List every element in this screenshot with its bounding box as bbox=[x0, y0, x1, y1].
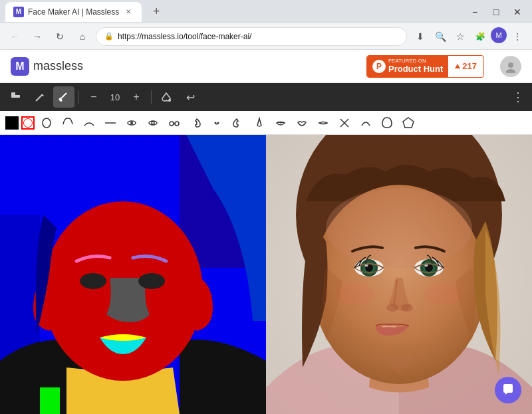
shape-toolbar bbox=[0, 111, 532, 135]
svg-point-35 bbox=[326, 188, 472, 268]
svg-point-47 bbox=[424, 284, 461, 305]
home-button[interactable]: ⌂ bbox=[73, 27, 92, 46]
generated-face-svg bbox=[266, 135, 532, 414]
ph-vote-count: 217 bbox=[462, 61, 477, 71]
pentagon-button[interactable] bbox=[399, 114, 418, 132]
undo-button[interactable]: ↩ bbox=[180, 86, 201, 108]
eye-left-button[interactable] bbox=[122, 114, 141, 132]
logo-text: massless bbox=[33, 59, 83, 73]
ph-logo-letter: P bbox=[376, 62, 382, 71]
ph-product-hunt-label: Product Hunt bbox=[388, 64, 443, 74]
canvas-area bbox=[0, 135, 532, 414]
black-color-swatch[interactable] bbox=[5, 116, 19, 130]
paint-tool-button[interactable] bbox=[5, 86, 27, 108]
massless-logo[interactable]: M massless bbox=[11, 57, 83, 76]
svg-point-15 bbox=[170, 122, 174, 126]
tab-favicon: M bbox=[13, 7, 24, 17]
downloads-button[interactable]: ⬇ bbox=[411, 27, 430, 46]
lips-top-button[interactable] bbox=[271, 114, 290, 132]
maximize-button[interactable]: □ bbox=[487, 3, 505, 21]
fill-tool-button[interactable] bbox=[156, 86, 177, 108]
toolbar-divider-2 bbox=[151, 90, 152, 104]
svg-point-46 bbox=[337, 284, 374, 305]
refresh-button[interactable]: ↻ bbox=[51, 27, 69, 46]
bookmark-button[interactable]: ☆ bbox=[451, 27, 469, 46]
brush-icon bbox=[59, 92, 69, 102]
red-color-swatch[interactable] bbox=[21, 116, 35, 130]
product-hunt-badge[interactable]: P FEATURED ON Product Hunt 217 bbox=[366, 55, 484, 78]
tab-title: Face Maker AI | Massless bbox=[28, 7, 119, 17]
face-drawing-svg bbox=[0, 135, 266, 414]
minus-button[interactable]: − bbox=[83, 86, 104, 108]
svg-point-45 bbox=[401, 304, 413, 312]
browser-tab[interactable]: M Face Maker AI | Massless ✕ bbox=[5, 2, 142, 22]
glasses-button[interactable] bbox=[165, 114, 184, 132]
chat-icon bbox=[501, 383, 515, 397]
ear-right-button[interactable] bbox=[229, 114, 247, 132]
fill-icon bbox=[161, 92, 172, 102]
eye-right-button[interactable] bbox=[144, 114, 162, 132]
svg-point-44 bbox=[386, 304, 398, 312]
address-field[interactable]: 🔒 https://massless.io/tool/face-maker-ai… bbox=[96, 27, 407, 46]
svg-point-9 bbox=[43, 118, 51, 128]
search-button[interactable]: 🔍 bbox=[431, 27, 450, 46]
tab-close-button[interactable]: ✕ bbox=[123, 7, 134, 17]
nose-dot-button[interactable] bbox=[207, 114, 226, 132]
ph-featured-text: FEATURED ON Product Hunt bbox=[388, 58, 443, 74]
face-oval-button[interactable] bbox=[378, 114, 396, 132]
pencil-icon bbox=[35, 92, 45, 102]
svg-point-29 bbox=[80, 273, 106, 289]
chat-button[interactable] bbox=[495, 377, 521, 403]
ph-votes: 217 bbox=[448, 61, 483, 71]
svg-rect-27 bbox=[40, 387, 60, 414]
lips-open-button[interactable] bbox=[293, 114, 311, 132]
minimize-button[interactable]: − bbox=[466, 3, 484, 21]
plus-button[interactable]: + bbox=[126, 86, 147, 108]
site-header: M massless P FEATURED ON Product Hunt 21… bbox=[0, 50, 532, 83]
new-tab-button[interactable]: + bbox=[147, 3, 166, 21]
brush-tool-button[interactable] bbox=[53, 86, 74, 108]
arch-button[interactable] bbox=[356, 114, 375, 132]
brush-size: 10 bbox=[107, 92, 123, 102]
ear-left-button[interactable] bbox=[186, 114, 205, 132]
back-button[interactable]: ← bbox=[5, 27, 24, 46]
pencil-tool-button[interactable] bbox=[29, 86, 51, 108]
forward-button[interactable]: → bbox=[28, 27, 47, 46]
close-button[interactable]: ✕ bbox=[508, 3, 527, 21]
curve-shape-button[interactable] bbox=[80, 114, 98, 132]
user-avatar[interactable] bbox=[500, 56, 521, 77]
ph-featured-on: FEATURED ON bbox=[388, 58, 443, 64]
svg-marker-22 bbox=[403, 118, 414, 128]
logo-icon: M bbox=[11, 57, 29, 76]
svg-point-0 bbox=[508, 62, 513, 68]
generated-photo-canvas bbox=[266, 135, 532, 414]
svg-point-30 bbox=[138, 273, 165, 289]
line-shape-button[interactable] bbox=[101, 114, 120, 132]
lips-closed-button[interactable] bbox=[314, 114, 332, 132]
svg-point-8 bbox=[168, 99, 171, 102]
drawing-canvas[interactable] bbox=[0, 135, 266, 414]
toolbar-divider-1 bbox=[78, 90, 79, 104]
paint-icon bbox=[10, 91, 22, 103]
svg-point-14 bbox=[152, 122, 154, 124]
x-shape-button[interactable] bbox=[335, 114, 354, 132]
toolbar-right-buttons: ⬇ 🔍 ☆ 🧩 M ⋮ bbox=[411, 27, 527, 46]
toolbar-more-button[interactable]: ⋮ bbox=[509, 90, 527, 104]
hair-shape-button[interactable] bbox=[59, 114, 77, 132]
window-controls: − □ ✕ bbox=[466, 3, 527, 21]
ph-logo: P bbox=[372, 60, 386, 73]
browser-titlebar: M Face Maker AI | Massless ✕ + − □ ✕ bbox=[0, 0, 532, 23]
svg-line-4 bbox=[36, 94, 43, 101]
more-options-button[interactable]: ⋮ bbox=[508, 27, 527, 46]
extensions-button[interactable]: 🧩 bbox=[471, 27, 489, 46]
avatar-icon bbox=[504, 60, 517, 73]
svg-line-6 bbox=[61, 93, 66, 98]
profile-button[interactable]: M bbox=[491, 27, 507, 43]
ph-badge-left: P FEATURED ON Product Hunt bbox=[367, 56, 448, 77]
svg-rect-3 bbox=[15, 95, 20, 98]
svg-point-16 bbox=[175, 122, 179, 126]
nose-shape-button[interactable] bbox=[250, 114, 269, 132]
lock-icon: 🔒 bbox=[104, 32, 114, 41]
drawing-toolbar: − 10 + ↩ ⋮ bbox=[0, 83, 532, 111]
head-shape-button[interactable] bbox=[37, 114, 56, 132]
